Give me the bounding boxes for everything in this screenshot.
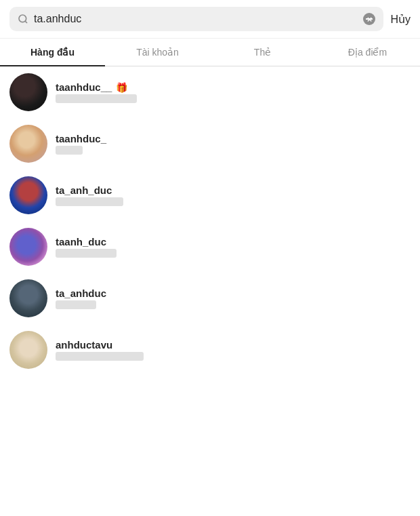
username: ta_anh_duc <box>56 184 112 196</box>
list-item[interactable]: ta_anhduc <box>0 273 420 324</box>
sub-info <box>56 352 411 361</box>
svg-point-0 <box>19 15 26 22</box>
tab-top[interactable]: Hàng đầu <box>0 39 105 66</box>
sub-info <box>56 300 411 309</box>
avatar <box>9 228 47 266</box>
user-info: taanh_duc <box>56 236 411 258</box>
username-row: anhductavu <box>56 339 411 351</box>
sub-info <box>56 197 411 206</box>
username: taanh_duc <box>56 236 106 247</box>
search-bar: × Hủy <box>0 0 420 39</box>
avatar <box>9 73 47 111</box>
clear-button[interactable]: × <box>363 13 375 25</box>
username: ta_anhduc <box>56 287 106 299</box>
search-input-wrapper: × <box>9 7 383 31</box>
user-info: ta_anh_duc <box>56 184 411 206</box>
avatar <box>9 125 47 163</box>
svg-line-1 <box>25 21 27 23</box>
username: anhductavu <box>56 339 112 351</box>
username-row: taanhduc_ <box>56 133 411 144</box>
avatar <box>9 279 47 317</box>
tab-places[interactable]: Địa điểm <box>315 39 420 66</box>
follower-count <box>56 146 83 155</box>
tab-accounts[interactable]: Tài khoản <box>105 39 210 66</box>
tabs-container: Hàng đầu Tài khoản Thẻ Địa điểm <box>0 39 420 66</box>
display-name <box>56 300 96 309</box>
list-item[interactable]: ta_anh_duc <box>0 170 420 221</box>
sub-info <box>56 146 411 155</box>
user-info: taanhduc__ 🎁 <box>56 81 411 103</box>
results-list: taanhduc__ 🎁 taanhduc_ ta_anh_duc <box>0 66 420 376</box>
cancel-button[interactable]: Hủy <box>390 13 411 26</box>
user-info: ta_anhduc <box>56 287 411 309</box>
user-info: anhductavu <box>56 339 411 361</box>
user-info: taanhduc_ <box>56 133 411 155</box>
list-item[interactable]: anhductavu <box>0 324 420 376</box>
tab-tags[interactable]: Thẻ <box>210 39 315 66</box>
follower-count <box>56 94 137 103</box>
search-icon <box>18 14 28 24</box>
avatar <box>9 176 47 214</box>
username-row: taanh_duc <box>56 236 411 247</box>
username: taanhduc__ <box>56 81 112 93</box>
username-row: taanhduc__ 🎁 <box>56 81 411 93</box>
gift-icon: 🎁 <box>116 82 127 93</box>
follower-count <box>56 352 144 361</box>
sub-info <box>56 249 411 258</box>
list-item[interactable]: taanh_duc <box>0 221 420 273</box>
list-item[interactable]: taanhduc_ <box>0 118 420 170</box>
sub-info <box>56 94 411 103</box>
username-row: ta_anhduc <box>56 287 411 299</box>
follower-count <box>56 249 117 258</box>
follower-count <box>56 197 123 206</box>
avatar <box>9 331 47 369</box>
username: taanhduc_ <box>56 133 106 144</box>
username-row: ta_anh_duc <box>56 184 411 196</box>
list-item[interactable]: taanhduc__ 🎁 <box>0 66 420 118</box>
search-input[interactable] <box>34 13 358 25</box>
